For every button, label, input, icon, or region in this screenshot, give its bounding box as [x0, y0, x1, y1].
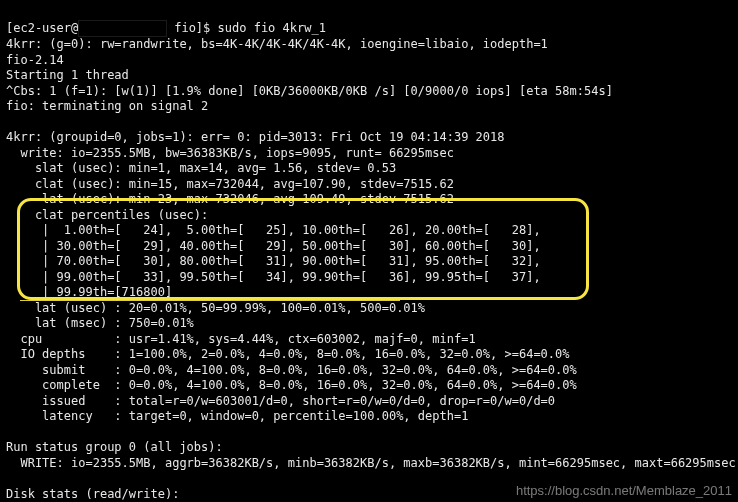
watermark-text: https://blog.csdn.net/Memblaze_2011: [516, 483, 732, 499]
fio-slat: slat (usec): min=1, max=14, avg= 1.56, s…: [6, 161, 396, 175]
fio-progress: ^Cbs: 1 (f=1): [w(1)] [1.9% done] [0KB/3…: [6, 84, 613, 98]
command-text: sudo fio 4krw_1: [218, 21, 326, 35]
fio-run-status-write: WRITE: io=2355.5MB, aggrb=36382KB/s, min…: [6, 456, 736, 470]
terminal-output[interactable]: [ec2-user@ fio]$ sudo fio 4krw_1 4krr: (…: [0, 0, 738, 502]
fio-write-summary: write: io=2355.5MB, bw=36383KB/s, iops=9…: [6, 146, 454, 160]
fio-percentile-row: | 99.99th=[716800]: [6, 285, 172, 299]
fio-cpu: cpu : usr=1.41%, sys=4.44%, ctx=603002, …: [6, 332, 476, 346]
fio-job-header: 4krr: (g=0): rw=randwrite, bs=4K-4K/4K-4…: [6, 37, 548, 51]
fio-percentile-row: | 1.00th=[ 24], 5.00th=[ 25], 10.00th=[ …: [6, 223, 541, 237]
fio-io-depths: IO depths : 1=100.0%, 2=0.0%, 4=0.0%, 8=…: [6, 347, 570, 361]
prompt-line-1: [ec2-user@ fio]$ sudo fio 4krw_1: [6, 21, 326, 35]
fio-percentiles-header: clat percentiles (usec):: [6, 208, 208, 222]
fio-submit: submit : 0=0.0%, 4=100.0%, 8=0.0%, 16=0.…: [6, 363, 577, 377]
fio-percentile-row: | 30.00th=[ 29], 40.00th=[ 29], 50.00th=…: [6, 239, 541, 253]
fio-latency-cfg: latency : target=0, window=0, percentile…: [6, 409, 468, 423]
fio-lat-msec-dist: lat (msec) : 750=0.01%: [6, 316, 194, 330]
fio-group-header: 4krr: (groupid=0, jobs=1): err= 0: pid=3…: [6, 130, 505, 144]
fio-disk-stats-header: Disk stats (read/write):: [6, 487, 179, 501]
fio-starting: Starting 1 thread: [6, 68, 129, 82]
fio-terminate: fio: terminating on signal 2: [6, 99, 208, 113]
fio-version: fio-2.14: [6, 53, 64, 67]
fio-percentile-row: | 99.00th=[ 33], 99.50th=[ 34], 99.90th=…: [6, 270, 541, 284]
fio-clat: clat (usec): min=15, max=732044, avg=107…: [6, 177, 454, 191]
fio-lat-usec-dist: lat (usec) : 20=0.01%, 50=99.99%, 100=0.…: [6, 301, 425, 315]
fio-complete: complete : 0=0.0%, 4=100.0%, 8=0.0%, 16=…: [6, 378, 577, 392]
redacted-hostname: [78, 20, 167, 38]
fio-run-status-header: Run status group 0 (all jobs):: [6, 440, 223, 454]
fio-percentile-row: | 70.00th=[ 30], 80.00th=[ 31], 90.00th=…: [6, 254, 541, 268]
fio-issued: issued : total=r=0/w=603001/d=0, short=r…: [6, 394, 555, 408]
fio-lat: lat (usec): min=23, max=732046, avg=109.…: [6, 192, 454, 206]
